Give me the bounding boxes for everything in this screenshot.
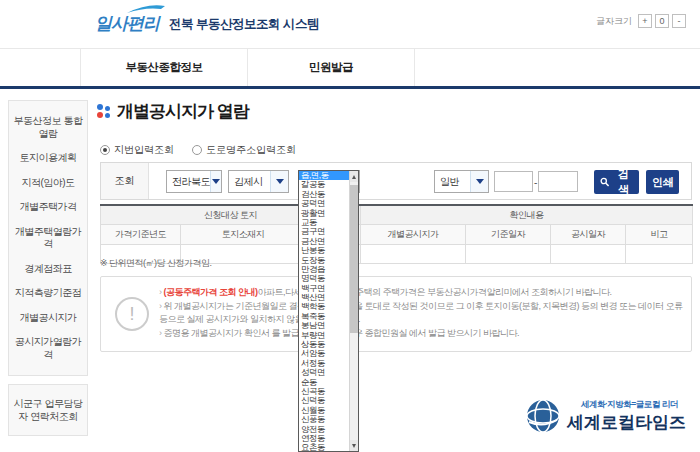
jibun-type-select-value: 일반 — [435, 175, 459, 189]
search-button[interactable]: 검색 — [594, 170, 639, 194]
chevron-down-icon — [210, 171, 221, 192]
jibun-hyphen: - — [534, 177, 537, 188]
notice-box: ! ›(공동주택가격 조회 안내)아파트,다세대주택등 공동주택의 주택가격은 … — [100, 276, 692, 352]
province-select[interactable]: 전라북도 — [166, 170, 222, 193]
font-size-reset-button[interactable]: 0 — [655, 14, 669, 28]
header: 일사편리 전북 부동산정보조회 시스템 글자크기 + 0 - — [0, 0, 700, 48]
logo[interactable]: 일사편리 전북 부동산정보조회 시스템 — [95, 12, 319, 35]
font-size-label: 글자크기 — [596, 15, 632, 28]
table-column-header: 공시일자 — [551, 225, 626, 245]
notice-line-3: ›증명용 개별공시지가 확인서 를 발급받고자 하는 경우 종합민원실 에서 발… — [159, 327, 683, 341]
radio-checked-icon — [100, 145, 110, 155]
font-size-decrease-button[interactable]: - — [672, 14, 686, 28]
nav-item-property-info[interactable]: 부동산종합정보 — [81, 49, 248, 86]
notice-text: ›(공동주택가격 조회 안내)아파트,다세대주택등 공동주택의 주택가격은 부동… — [159, 286, 683, 340]
scroll-up-icon[interactable] — [350, 171, 358, 182]
jibun-main-input[interactable] — [494, 171, 533, 192]
sidebar: 부동산정보 통합 열람토지이용계획지적(임야)도개별주택가격개별주택열람가격경계… — [8, 100, 88, 436]
sidebar-item[interactable]: 지적측량기준점 — [9, 281, 87, 306]
dropdown-option[interactable]: 요촌동 — [299, 443, 349, 452]
table-column-header: 비고 — [626, 225, 693, 245]
sidebar-item[interactable]: 개별주택가격 — [9, 195, 87, 220]
city-select[interactable]: 김제시 — [228, 170, 289, 193]
sidebar-item[interactable]: 공시지가열람가격 — [9, 330, 87, 367]
notice-line-1-highlight: (공동주택가격 조회 안내) — [164, 287, 258, 297]
logo-swoosh-icon — [125, 3, 167, 15]
search-button-label: 검색 — [613, 167, 633, 197]
jibun-sub-input[interactable] — [538, 171, 578, 192]
radio-jibun-search[interactable]: 지번입력조회 — [100, 143, 174, 157]
table-column-header-row: 가격기준년도토지소재지지번개별공시지가기준일자공시일자비고 — [101, 225, 693, 245]
site-title: 전북 부동산정보조회 시스템 — [169, 16, 319, 35]
dropdown-options: 갈공동검산동공덕면광활면교동금구면금산면난봉동도장동만경읍명덕동백구면백산면백학… — [299, 180, 349, 452]
table-column-header: 가격기준년도 — [101, 225, 181, 245]
main-nav: 부동산종합정보 민원발급 — [0, 48, 700, 89]
search-form-label: 조회 — [101, 163, 149, 199]
sidebar-item[interactable]: 지적(임야)도 — [9, 171, 87, 196]
dong-dropdown-items: 읍,면,동 갈공동검산동공덕면광활면교동금구면금산면난봉동도장동만경읍명덕동백구… — [299, 171, 349, 452]
table-column-header: 개별공시지가 — [361, 225, 466, 245]
search-form: 조회 전라북도 김제시 일반 - 검색 인쇄 — [100, 162, 692, 200]
radio-road-address-search[interactable]: 도로명주소입력조회 — [192, 143, 296, 157]
notice-line-1: ›(공동주택가격 조회 안내)아파트,다세대주택등 공동주택의 주택가격은 부동… — [159, 286, 683, 300]
sidebar-item[interactable]: 토지이용계획 — [9, 146, 87, 171]
exclamation-icon: ! — [115, 297, 149, 331]
search-icon — [600, 177, 609, 187]
nav-spacer — [0, 49, 81, 86]
title-bullet-icon — [97, 104, 111, 119]
print-button[interactable]: 인쇄 — [646, 170, 679, 194]
sidebar-menu: 부동산정보 통합 열람토지이용계획지적(임야)도개별주택가격개별주택열람가격경계… — [8, 100, 88, 376]
bullet-icon: › — [159, 287, 162, 297]
table-column-header: 토지소재지 — [181, 225, 306, 245]
brand-slogan: 세계화·지방화=글로컬 리더 — [581, 399, 678, 411]
table-group-header-row: 신청대상 토지 확인내용 — [101, 205, 693, 225]
notice-line-2-text: 위 개별공시지가는 기준년월일로 결정, 공시된 내용을 토대로 작성된 것이므… — [159, 301, 683, 325]
chevron-down-icon — [270, 171, 288, 192]
brand-name: 세계로컬타임즈 — [567, 411, 686, 434]
print-button-label: 인쇄 — [652, 175, 673, 190]
font-size-control: 글자크기 + 0 - — [596, 14, 686, 28]
unit-price-note: ※ 단위면적(㎡)당 산정가격임. — [100, 257, 212, 270]
sidebar-item[interactable]: 개별주택열람가격 — [9, 220, 87, 257]
page-title-row: 개별공시지가 열람 — [97, 100, 249, 123]
logo-text: 일사편리 — [95, 12, 159, 35]
sidebar-item[interactable]: 개별공시지가 — [9, 306, 87, 331]
brand-text-block: 세계화·지방화=글로컬 리더 세계로컬타임즈 — [567, 399, 686, 434]
dropdown-scrollbar[interactable] — [349, 171, 358, 451]
footer-brandmark: 세계화·지방화=글로컬 리더 세계로컬타임즈 — [525, 398, 686, 434]
scrollbar-thumb[interactable] — [350, 185, 358, 333]
sidebar-item[interactable]: 경계점좌표 — [9, 257, 87, 282]
sidebar-item-contact-lookup[interactable]: 시군구 업무담당자 연락처조회 — [8, 384, 88, 436]
table-column-header: 기준일자 — [466, 225, 551, 245]
group-header-confirm: 확인내용 — [361, 205, 693, 225]
notice-line-2: ›위 개별공시지가는 기준년월일로 결정, 공시된 내용을 토대로 작성된 것이… — [159, 300, 683, 327]
font-size-increase-button[interactable]: + — [638, 14, 652, 28]
radio-unchecked-icon — [192, 145, 202, 155]
bullet-icon: › — [159, 301, 162, 311]
result-table: 신청대상 토지 확인내용 가격기준년도토지소재지지번개별공시지가기준일자공시일자… — [100, 204, 693, 264]
radio-road-label: 도로명주소입력조회 — [206, 143, 296, 157]
sidebar-item[interactable]: 부동산정보 통합 열람 — [9, 109, 87, 146]
dong-dropdown-list: 읍,면,동 갈공동검산동공덕면광활면교동금구면금산면난봉동도장동만경읍명덕동백구… — [298, 170, 359, 452]
jibun-type-select[interactable]: 일반 — [434, 170, 489, 193]
globe-icon — [525, 398, 561, 434]
bullet-icon: › — [159, 328, 162, 338]
province-select-value: 전라북도 — [167, 175, 210, 189]
chevron-down-icon — [470, 171, 488, 192]
search-mode-radios: 지번입력조회 도로명주소입력조회 — [100, 143, 296, 157]
radio-jibun-label: 지번입력조회 — [114, 143, 174, 157]
nav-item-civil-issue[interactable]: 민원발급 — [248, 49, 415, 86]
city-select-value: 김제시 — [229, 175, 263, 189]
page-title: 개별공시지가 열람 — [117, 100, 249, 123]
scroll-down-icon[interactable] — [350, 440, 358, 451]
